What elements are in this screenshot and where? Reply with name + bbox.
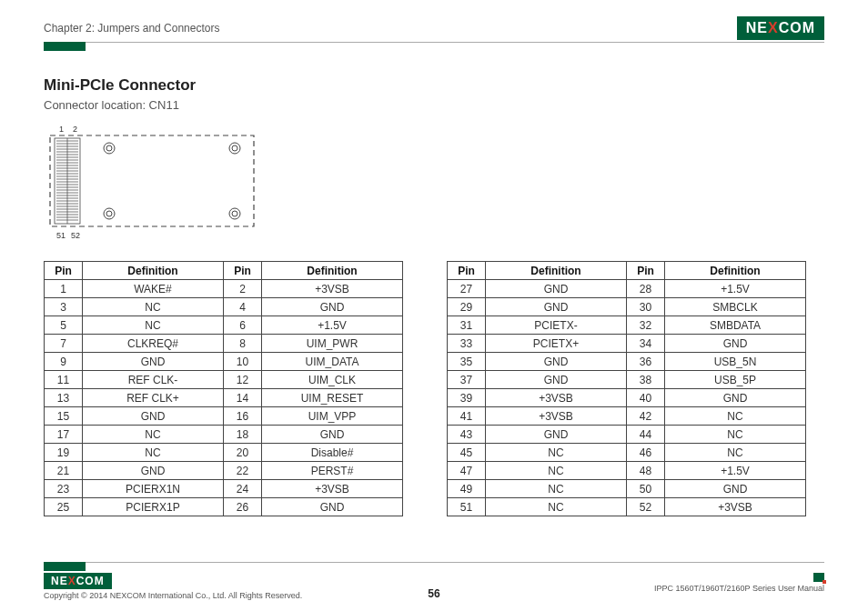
table-row: 9GND10UIM_DATA	[45, 353, 403, 371]
pinout-table-left: PinDefinitionPinDefinition1WAKE#2+3VSB3N…	[44, 261, 403, 516]
pin-cell: 10	[224, 353, 262, 371]
table-row: 45NC46NC	[448, 444, 806, 462]
copyright-text: Copyright © 2014 NEXCOM International Co…	[44, 591, 302, 600]
table-row: 21GND22PERST#	[45, 462, 403, 480]
table-row: 17NC18GND	[45, 426, 403, 444]
pin-cell: 23	[45, 480, 83, 498]
pin-cell: 35	[448, 353, 486, 371]
pin-cell: 47	[448, 462, 486, 480]
pin-cell: 16	[224, 407, 262, 426]
table-row: 11REF CLK-12UIM_CLK	[45, 371, 403, 389]
definition-cell: NC	[486, 480, 627, 498]
pin-cell: 6	[224, 316, 262, 335]
table-row: 27GND28+1.5V	[448, 280, 806, 298]
definition-cell: PCIERX1P	[83, 498, 224, 516]
definition-cell: GND	[665, 389, 806, 407]
pin-cell: 1	[45, 280, 83, 298]
pin-header: Pin	[627, 262, 665, 280]
page-title: Mini-PCIe Connector	[44, 76, 824, 95]
definition-cell: NC	[665, 444, 806, 462]
mini-pcie-diagram-svg: 1 2	[45, 123, 259, 241]
definition-cell: GND	[665, 335, 806, 353]
table-row: 23PCIERX1N24+3VSB	[45, 480, 403, 498]
pin-cell: 42	[627, 407, 665, 426]
definition-cell: GND	[486, 280, 627, 298]
nexcom-logo: NEXCOM	[737, 16, 824, 40]
board-outline	[50, 135, 254, 226]
definition-cell: CLKREQ#	[83, 335, 224, 353]
definition-header: Definition	[486, 262, 627, 280]
definition-cell: PCIERX1N	[83, 480, 224, 498]
pin-cell: 36	[627, 353, 665, 371]
pin-cell: 11	[45, 371, 83, 389]
definition-cell: REF CLK+	[83, 389, 224, 407]
pin-cell: 14	[224, 389, 262, 407]
definition-cell: USB_5P	[665, 371, 806, 389]
pin-cell: 29	[448, 298, 486, 316]
page-footer: NEXCOM Copyright © 2014 NEXCOM Internati…	[44, 562, 824, 600]
footer-right: IPPC 1560T/1960T/2160P Series User Manua…	[654, 573, 824, 593]
pin-cell: 30	[627, 298, 665, 316]
svg-point-39	[232, 211, 237, 216]
table-row: 33PCIETX+34GND	[448, 335, 806, 353]
page-number: 56	[428, 587, 439, 600]
pin-cell: 38	[627, 371, 665, 389]
pin-cell: 46	[627, 444, 665, 462]
pin-cell: 9	[45, 353, 83, 371]
definition-cell: PCIETX+	[486, 335, 627, 353]
mounting-holes	[104, 143, 240, 219]
pin-cell: 7	[45, 335, 83, 353]
pin-cell: 12	[224, 371, 262, 389]
pin-header: Pin	[45, 262, 83, 280]
definition-cell: WAKE#	[83, 280, 224, 298]
svg-point-32	[104, 143, 115, 154]
pinout-table-right: PinDefinitionPinDefinition27GND28+1.5V29…	[447, 261, 806, 516]
definition-cell: GND	[262, 426, 403, 444]
definition-cell: NC	[486, 498, 627, 516]
definition-header: Definition	[262, 262, 403, 280]
definition-cell: NC	[486, 444, 627, 462]
pin-cell: 51	[448, 498, 486, 516]
pin-cell: 37	[448, 371, 486, 389]
definition-cell: GND	[486, 353, 627, 371]
pin-cell: 40	[627, 389, 665, 407]
table-row: 41+3VSB42NC	[448, 407, 806, 426]
definition-cell: NC	[486, 462, 627, 480]
pin-cell: 41	[448, 407, 486, 426]
footer-nexcom-logo: NEXCOM	[44, 573, 112, 589]
pin-cell: 25	[45, 498, 83, 516]
pin-cell: 32	[627, 316, 665, 335]
definition-cell: GND	[83, 353, 224, 371]
table-row: 39+3VSB40GND	[448, 389, 806, 407]
pin-cell: 20	[224, 444, 262, 462]
definition-cell: USB_5N	[665, 353, 806, 371]
table-row: 7CLKREQ#8UIM_PWR	[45, 335, 403, 353]
pin-cell: 48	[627, 462, 665, 480]
definition-header: Definition	[665, 262, 806, 280]
pin-cell: 28	[627, 280, 665, 298]
pin-cell: 2	[224, 280, 262, 298]
svg-point-37	[106, 211, 112, 216]
definition-cell: +1.5V	[665, 462, 806, 480]
definition-cell: GND	[83, 407, 224, 426]
svg-point-38	[229, 208, 240, 219]
definition-cell: +1.5V	[665, 280, 806, 298]
pin-cell: 49	[448, 480, 486, 498]
pin-cell: 34	[627, 335, 665, 353]
table-row: 31PCIETX-32SMBDATA	[448, 316, 806, 335]
definition-cell: NC	[665, 407, 806, 426]
definition-cell: +3VSB	[262, 280, 403, 298]
definition-cell: UIM_PWR	[262, 335, 403, 353]
footer-rule	[44, 562, 824, 563]
definition-cell: GND	[83, 462, 224, 480]
pin-cell: 43	[448, 426, 486, 444]
table-row: 35GND36USB_5N	[448, 353, 806, 371]
definition-cell: NC	[665, 426, 806, 444]
definition-cell: +1.5V	[262, 316, 403, 335]
pin-cell: 45	[448, 444, 486, 462]
definition-cell: NC	[83, 298, 224, 316]
definition-header: Definition	[83, 262, 224, 280]
definition-cell: GND	[486, 371, 627, 389]
table-row: 3NC4GND	[45, 298, 403, 316]
pin-cell: 5	[45, 316, 83, 335]
